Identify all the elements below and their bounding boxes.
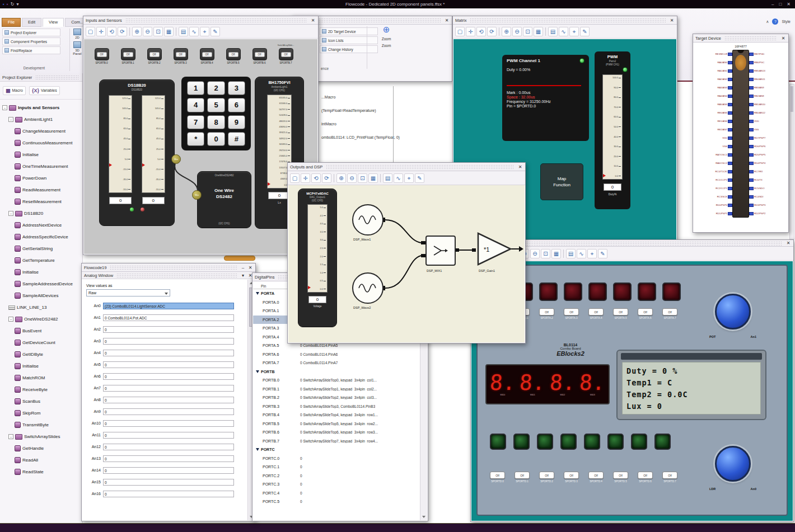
analog-value-input[interactable]: 0 (103, 467, 234, 474)
map-function-component[interactable]: Map Function (540, 163, 583, 200)
expand-icon[interactable]: - (8, 434, 13, 439)
view-mode-dropdown[interactable]: Raw (86, 289, 170, 296)
flowchart-loop-icon[interactable] (224, 256, 255, 261)
pin-pad[interactable] (728, 95, 732, 98)
edit-icon[interactable]: ✎ (211, 27, 220, 36)
pane-header[interactable]: Analog Window ▾ ✕ (82, 272, 255, 279)
close-icon[interactable]: ✕ (444, 18, 450, 23)
keypad-key[interactable]: 4 (187, 98, 204, 112)
window-titlebar[interactable]: Outputs and DSP ✕ (288, 163, 525, 171)
edit-icon[interactable]: ✎ (415, 173, 424, 183)
tree-item-sampleaddresseddevice[interactable]: SampleAddressedDevice (0, 278, 82, 290)
option-2d-target-device[interactable]: 2D Target Device (320, 27, 378, 35)
keypad-key[interactable]: # (228, 132, 245, 146)
close-icon[interactable]: ✕ (780, 36, 786, 41)
off-button[interactable]: Off (123, 52, 133, 57)
minimize-icon[interactable]: – (771, 2, 774, 7)
pin-pad[interactable] (749, 53, 754, 56)
edit-icon[interactable]: ✎ (598, 249, 607, 258)
pin-pad[interactable] (749, 95, 754, 98)
off-button[interactable]: Off (228, 52, 238, 57)
green-led-button[interactable] (584, 434, 600, 450)
window-titlebar[interactable]: Target Device ✕ (693, 34, 788, 43)
maximize-icon[interactable]: □ (779, 2, 782, 7)
pan-icon[interactable]: ✛ (96, 27, 106, 36)
pin-group-portc[interactable]: PORTC (253, 445, 420, 454)
pin-pad[interactable] (728, 69, 732, 73)
collapse-arrow-icon[interactable] (256, 292, 259, 295)
pin-row-portc-5[interactable]: PORTC.50 (253, 497, 420, 506)
off-button[interactable]: Off (202, 52, 212, 57)
pin-pad[interactable] (728, 204, 732, 207)
ribbon-toggle-find-replace[interactable]: Find/Replace (2, 46, 60, 54)
tree-item-getdevicecount[interactable]: GetDeviceCount (0, 337, 82, 349)
mcp4746-dac-component[interactable]: MCP47x6DAC DAC_Output1 (I2C CH3) 5.04.54… (298, 189, 337, 327)
ldr-knob[interactable] (715, 446, 751, 482)
layers-icon[interactable]: ▤ (383, 173, 392, 183)
pin-row-portb-5[interactable]: PORTB.50 SwitchArraySlideTop5, keypad_3x… (253, 420, 420, 429)
analog-value-input[interactable]: 0 (103, 420, 234, 427)
tree-item-scanbus[interactable]: ScanBus (0, 396, 82, 407)
project-explorer-header[interactable]: Project Explorer (0, 73, 82, 82)
analog-value-input[interactable]: 0 (103, 408, 234, 415)
tree-item-gettemperature[interactable]: GetTemperature (0, 255, 82, 266)
off-button[interactable]: Off (588, 472, 604, 479)
analog-value-input[interactable]: 0 (103, 338, 234, 345)
tree-item-skiprom[interactable]: SkipRom (0, 407, 82, 419)
chip-body[interactable] (732, 50, 749, 218)
tree-item-initialise[interactable]: Initialise (0, 266, 82, 278)
close-icon[interactable]: ✕ (517, 164, 523, 170)
off-button[interactable]: Off (176, 52, 186, 57)
expand-icon[interactable]: - (8, 317, 13, 322)
select-icon[interactable]: ▢ (290, 173, 300, 183)
analog-value-input[interactable]: 0 (103, 455, 234, 462)
pan-icon[interactable]: ✛ (466, 27, 475, 36)
wire-icon[interactable]: ∿ (577, 249, 586, 258)
editor-scrollbar[interactable] (789, 84, 794, 239)
rotate-left-icon[interactable]: ⟲ (311, 173, 321, 183)
analog-value-input[interactable]: 0 (103, 361, 234, 368)
switch-widget[interactable]: Off (226, 48, 241, 60)
pin-pad[interactable] (749, 178, 754, 182)
wire-connector[interactable]: Wire (192, 190, 202, 200)
zoom-in-icon[interactable]: ⊕ (132, 27, 142, 36)
measure-icon[interactable]: ⌖ (200, 27, 209, 36)
zoom-out-icon[interactable]: ⊖ (512, 27, 522, 36)
tree-item-onewireds2482[interactable]: -OneWireDS2482 (0, 313, 82, 325)
new-file-icon[interactable]: ▪ (3, 2, 4, 7)
explorer-variables-button[interactable]: {X}Variables (29, 86, 60, 95)
keypad-key[interactable]: 2 (207, 81, 225, 95)
off-button[interactable]: Off (564, 308, 579, 316)
pin-pad[interactable] (728, 145, 732, 148)
red-led-button[interactable] (638, 283, 656, 301)
pin-pad[interactable] (749, 136, 754, 140)
pane-menu-icon[interactable]: ▾ (240, 273, 246, 278)
pin-pad[interactable] (728, 170, 732, 173)
pwm-gauge-component[interactable]: PWM Pwm2 (PWM CH1) 100.090.080.070.060.0… (595, 51, 630, 209)
off-button[interactable]: Off (490, 472, 505, 479)
pin-pad[interactable] (749, 103, 754, 106)
tree-item-initialise[interactable]: Initialise (0, 149, 82, 161)
ribbon-toggle-component-properties[interactable]: Component Properties (2, 37, 60, 45)
window-titlebar[interactable]: Inputs and Sensors ✕ (83, 16, 318, 25)
pin-row-portc-3[interactable]: PORTC.30 (253, 480, 420, 489)
off-button[interactable]: Off (281, 52, 291, 57)
analog-value-input[interactable]: 0 (103, 397, 234, 403)
green-led-button[interactable] (560, 434, 577, 450)
pin-pad[interactable] (728, 86, 732, 90)
off-button[interactable]: Off (149, 52, 160, 57)
onewire-ds2482-component[interactable]: OneWireDS2482 One Wire DS2482 (I2C CH1) (197, 171, 251, 228)
pin-pad[interactable] (728, 53, 732, 56)
switch-widget[interactable]: Off (200, 48, 214, 60)
analog-value-input[interactable]: 0 (103, 373, 234, 380)
option-change-history[interactable]: Change History (320, 45, 378, 53)
layers-icon[interactable]: ▤ (548, 27, 558, 36)
pin-pad[interactable] (749, 120, 754, 123)
ds18b20-component[interactable]: DS18B20 DS18B20 121.0105.085.065.045.025… (99, 79, 175, 226)
keypad-key[interactable]: 5 (207, 98, 225, 112)
green-led-button[interactable] (654, 434, 671, 450)
2d-panel-button[interactable]: 2D (72, 29, 83, 39)
red-led-button[interactable] (539, 283, 558, 301)
wire-icon[interactable]: ∿ (559, 27, 568, 36)
red-led-button[interactable] (564, 283, 582, 301)
